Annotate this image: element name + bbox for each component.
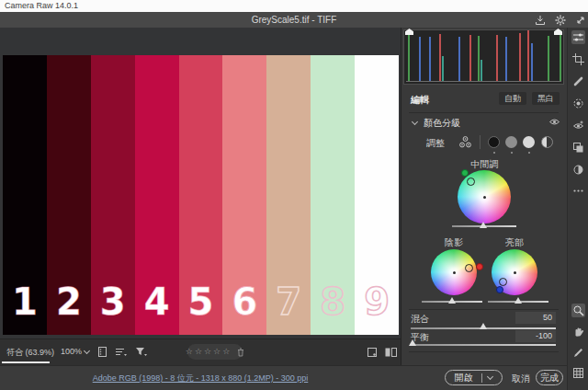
color-band-9: 9 [355, 55, 399, 335]
midtones-wheel-label: 中間調 [401, 158, 568, 171]
preview-toggle-icon[interactable] [366, 346, 379, 359]
blending-label: 混合 [411, 313, 429, 326]
presets-icon[interactable] [571, 141, 585, 155]
filmstrip-toggle-icon[interactable] [96, 345, 108, 359]
image-canvas[interactable]: 123456789 [0, 28, 401, 338]
black-white-button[interactable]: 黑白 [532, 92, 560, 105]
star-icon[interactable]: ☆ [222, 344, 230, 360]
shadows-edited-dot [493, 152, 495, 154]
before-after-view-icon[interactable] [384, 346, 398, 359]
color-band-2: 2 [47, 55, 91, 335]
balance-value[interactable]: -100 [515, 330, 556, 342]
open-dropdown-chevron-icon[interactable] [487, 373, 493, 380]
shadows-luminance-thumb[interactable] [448, 297, 456, 304]
auto-button[interactable]: 自動 [499, 92, 526, 105]
midtones-hue-marker[interactable] [461, 169, 469, 177]
three-way-adjust-icon[interactable] [458, 134, 473, 150]
midtones-luminance-thumb[interactable] [480, 222, 487, 228]
status-bar: Adobe RGB (1998) - 8 位元 - 1318 x 880 (1.… [0, 365, 567, 390]
done-button[interactable]: 完成 [536, 370, 563, 385]
band-number: 4 [135, 283, 179, 320]
healing-tool-icon[interactable] [571, 75, 585, 88]
shadows-adjust-icon[interactable] [488, 136, 500, 148]
star-icon[interactable]: ☆ [204, 344, 211, 360]
reject-trash-icon[interactable] [237, 348, 244, 357]
save-image-icon[interactable] [535, 15, 546, 26]
histogram-spikes [404, 30, 563, 84]
masking-tool-icon[interactable] [571, 97, 585, 110]
midtones-wheel-center [483, 196, 486, 199]
shadows-hue-ring[interactable] [465, 264, 473, 272]
tools-sidebar [567, 28, 588, 390]
brush-tool-icon[interactable] [571, 346, 585, 360]
rating-pill: ☆☆☆☆☆ [187, 344, 243, 360]
edit-tool-icon[interactable] [571, 30, 585, 44]
balance-track[interactable] [411, 344, 556, 346]
color-band-4: 4 [135, 55, 179, 335]
histogram-spike [481, 60, 482, 82]
greyscale-test-image[interactable]: 123456789 [3, 55, 399, 335]
open-button[interactable]: 開啟 [445, 370, 503, 385]
section-divider [409, 309, 559, 310]
crop-tool-icon[interactable] [571, 52, 585, 66]
band-number: 2 [47, 283, 91, 320]
zoom-dropdown-chevron-icon[interactable] [84, 348, 90, 354]
fullscreen-toggle-icon[interactable] [575, 15, 586, 26]
star-icon[interactable]: ☆ [195, 344, 202, 360]
highlights-wheel-center [514, 271, 516, 274]
highlights-wheel-label: 亮部 [482, 236, 547, 249]
app-title: Camera Raw 14.0.1 [5, 1, 78, 10]
color-band-1: 1 [3, 55, 47, 335]
highlights-hue-marker[interactable] [496, 286, 503, 293]
zoom-100-button[interactable]: 100% [61, 347, 82, 356]
sort-order-icon[interactable] [114, 345, 129, 359]
cancel-button[interactable]: 取消 [512, 373, 530, 385]
star-icon[interactable]: ☆ [186, 344, 193, 360]
histogram-baseline [406, 81, 561, 82]
histogram[interactable] [403, 29, 564, 85]
bottom-toolbar: 符合 (63.9%) 100% ☆☆☆☆☆ [0, 338, 401, 365]
fit-zoom-button[interactable]: 符合 (63.9%) [6, 347, 54, 359]
hand-tool-icon[interactable] [571, 325, 585, 338]
balance-thumb[interactable] [409, 339, 416, 346]
histogram-spike [548, 36, 549, 82]
section-collapse-chevron-icon[interactable] [412, 119, 418, 125]
midtones-adjust-icon[interactable] [505, 136, 517, 148]
adjust-divider [480, 135, 481, 149]
band-number: 8 [311, 283, 355, 320]
panel-visibility-eye-icon[interactable] [548, 116, 560, 128]
red-eye-tool-icon[interactable] [571, 119, 585, 132]
star-icon[interactable]: ☆ [213, 344, 220, 360]
band-number: 9 [355, 283, 399, 320]
band-number: 5 [179, 283, 223, 320]
camera-raw-window: Camera Raw 14.0.1 GreyScale5.tif - TIFF … [0, 0, 588, 390]
midtones-hue-ring[interactable] [467, 178, 475, 186]
color-band-3: 3 [91, 55, 135, 335]
more-options-icon[interactable] [571, 184, 585, 198]
global-adjust-icon[interactable] [541, 136, 553, 148]
star-rating[interactable]: ☆☆☆☆☆ [186, 344, 230, 360]
grid-view-icon[interactable] [571, 366, 585, 380]
histogram-spike [419, 37, 421, 82]
highlights-edited-dot [528, 152, 530, 154]
snapshots-icon[interactable] [571, 163, 585, 177]
band-number: 6 [222, 283, 266, 320]
blending-thumb[interactable] [480, 323, 487, 329]
histogram-spike [560, 30, 561, 82]
color-band-7: 7 [266, 55, 311, 335]
preferences-gear-icon[interactable] [555, 15, 566, 26]
workflow-options-link[interactable]: Adobe RGB (1998) - 8 位元 - 1318 x 880 (1.… [0, 366, 401, 390]
highlights-luminance-thumb[interactable] [514, 297, 522, 304]
zoom-tool-icon[interactable] [571, 304, 585, 317]
blending-value[interactable]: 50 [515, 312, 556, 324]
shadows-hue-marker[interactable] [476, 263, 483, 270]
histogram-spike [496, 35, 498, 82]
document-title: GreyScale5.tif - TIFF [252, 15, 337, 25]
highlights-adjust-icon[interactable] [523, 136, 535, 148]
histogram-spike [458, 37, 460, 82]
histogram-spike [442, 56, 444, 82]
band-number: 1 [3, 283, 47, 320]
filter-icon[interactable] [134, 345, 149, 359]
color-band-5: 5 [179, 55, 223, 335]
highlights-hue-ring[interactable] [499, 278, 507, 286]
